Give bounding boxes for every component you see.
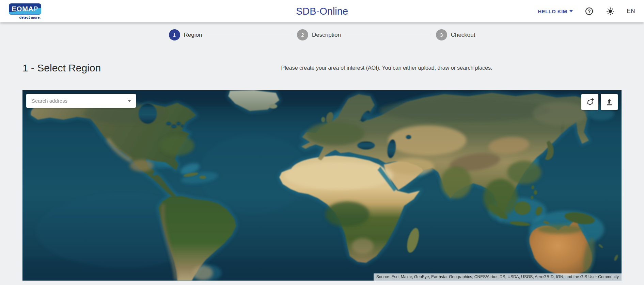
logo-tagline: detect more. [19, 15, 41, 19]
step-region[interactable]: 1 Region [169, 29, 202, 40]
eomap-logo-box: EOMAP [9, 3, 41, 15]
help-button[interactable]: ? [584, 6, 594, 16]
map-toolbar [581, 94, 618, 110]
language-switcher[interactable]: EN [627, 8, 635, 15]
step-circle: 3 [436, 29, 447, 40]
step-checkout[interactable]: 3 Checkout [436, 29, 475, 40]
step-label: Checkout [451, 32, 475, 38]
chevron-down-icon [569, 10, 573, 12]
upload-icon [605, 98, 613, 106]
draw-polygon-icon [585, 98, 594, 106]
draw-aoi-button[interactable] [581, 94, 598, 110]
app-header: EOMAP detect more. SDB-Online HELLO KIM … [0, 0, 644, 22]
brightness-button[interactable] [606, 6, 615, 16]
step-connector [207, 35, 292, 35]
step-circle: 2 [297, 29, 308, 40]
step-connector [346, 35, 431, 35]
instruction-text: Please create your area of interest (AOI… [101, 65, 622, 71]
upload-aoi-button[interactable] [601, 94, 618, 110]
address-search [26, 94, 136, 108]
step-label: Description [312, 32, 341, 38]
logo-text: EOMAP [12, 5, 38, 13]
brightness-icon [606, 7, 614, 15]
user-menu-label: HELLO KIM [538, 9, 567, 14]
eomap-logo[interactable]: EOMAP detect more. [9, 3, 41, 19]
section-heading: 1 - Select Region [22, 62, 101, 74]
search-dropdown-caret-icon[interactable] [128, 100, 131, 102]
help-icon: ? [585, 7, 593, 15]
user-menu[interactable]: HELLO KIM [538, 9, 573, 14]
step-label: Region [184, 32, 202, 38]
step-circle: 1 [169, 29, 180, 40]
stepper: 1 Region 2 Description 3 Checkout [169, 22, 475, 47]
world-map[interactable]: Source: Esri, Maxar, GeoEye, Earthstar G… [22, 90, 622, 281]
map-attribution: Source: Esri, Maxar, GeoEye, Earthstar G… [374, 273, 622, 281]
step-description[interactable]: 2 Description [297, 29, 341, 40]
world-map-canvas [22, 90, 622, 281]
address-search-input[interactable] [32, 98, 128, 104]
